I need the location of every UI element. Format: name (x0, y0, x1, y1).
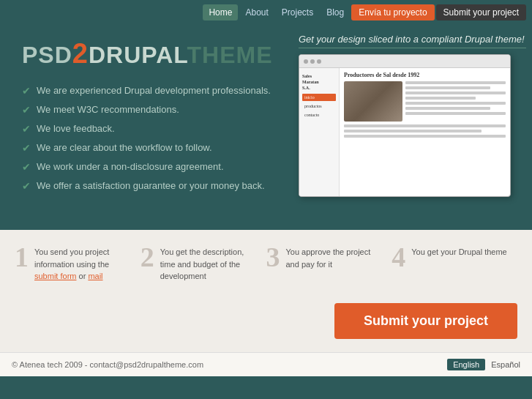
bullet-item: We offer a satisfaction guarantee or you… (22, 176, 278, 195)
step-1-number: 1 (15, 243, 29, 271)
submit-project-button[interactable]: Submit your project (334, 303, 517, 339)
bullet-list: We are experienced Drupal development pr… (22, 81, 278, 195)
browser-content: Productores de Sal desde 1992 (340, 68, 510, 196)
step-4-text: You get your Drupal theme (411, 243, 506, 258)
browser-nav-contacto: contacto (302, 111, 336, 119)
step-4: 4 You get your Drupal theme (391, 243, 517, 283)
step-2-number: 2 (141, 243, 154, 271)
bullet-item: We love feedback. (22, 119, 278, 138)
browser-dot (317, 59, 321, 64)
browser-mockup: SalesMaratanS.A. inicio productos contac… (299, 54, 511, 197)
hero-left: PSD2DRUPALTHEME We are experienced Drupa… (0, 25, 293, 230)
lang-english-btn[interactable]: English (447, 359, 485, 370)
mail-link[interactable]: mail (88, 272, 102, 280)
nav-about[interactable]: About (239, 4, 274, 20)
text-line (344, 130, 482, 133)
step-1-text: You send you project information using t… (34, 243, 133, 283)
browser-content-body (344, 81, 506, 122)
text-line (405, 107, 490, 110)
bullet-item: We are experienced Drupal development pr… (22, 81, 278, 100)
browser-dot (310, 59, 315, 64)
text-line (344, 124, 506, 127)
browser-text-lines (405, 81, 506, 122)
text-line (405, 81, 506, 84)
logo: PSD2DRUPALTHEME (22, 38, 278, 70)
submit-form-link[interactable]: submit form (34, 272, 76, 280)
logo-theme: THEME (187, 42, 273, 68)
browser-bottom-text (344, 124, 506, 138)
logo-num: 2 (72, 38, 89, 69)
step-2-text: You get the description, time and budget… (160, 243, 259, 283)
hero-section: PSD2DRUPALTHEME We are experienced Drupa… (0, 25, 532, 230)
nav-submit-btn[interactable]: Submit your project (436, 4, 526, 20)
steps-section: 1 You send you project information using… (0, 230, 532, 296)
logo-psd: PSD (22, 42, 72, 68)
step-3: 3 You approve the project and pay for it (266, 243, 392, 283)
nav-enviar-btn[interactable]: Envía tu proyecto (351, 4, 434, 20)
text-line (405, 102, 506, 105)
nav-projects[interactable]: Projects (276, 4, 319, 20)
browser-sidebar: SalesMaratanS.A. inicio productos contac… (299, 68, 340, 196)
hero-right: Get your design sliced into a compliant … (293, 25, 532, 230)
browser-chrome (299, 55, 510, 68)
text-line (405, 92, 506, 94)
bullet-item: We are clear about the workflow to follo… (22, 138, 278, 157)
lang-espanol-link[interactable]: Español (491, 360, 520, 369)
logo-drupal: DRUPAL (89, 42, 187, 68)
bullet-item: We work under a non-disclosure agreement… (22, 157, 278, 176)
text-line (405, 86, 490, 89)
browser-nav-productos: productos (302, 102, 336, 110)
browser-nav-inicio: inicio (302, 94, 336, 101)
text-line (405, 112, 506, 115)
footer: © Atenea tech 2009 - contact@psd2drupalt… (0, 352, 532, 376)
nav-blog[interactable]: Blog (321, 4, 350, 20)
step-1: 1 You send you project information using… (15, 243, 141, 283)
browser-body: SalesMaratanS.A. inicio productos contac… (299, 68, 510, 196)
step-3-text: You approve the project and pay for it (286, 243, 385, 270)
navbar: Home About Projects Blog Envía tu proyec… (0, 0, 532, 25)
hero-tagline: Get your design sliced into a compliant … (299, 34, 526, 48)
step-3-number: 3 (266, 243, 280, 271)
cta-section: Submit your project (0, 296, 532, 352)
browser-image (344, 81, 402, 122)
browser-dot (304, 59, 308, 64)
bullet-item: We meet W3C recommendations. (22, 100, 278, 119)
step-2: 2 You get the description, time and budg… (141, 243, 266, 283)
browser-content-title: Productores de Sal desde 1992 (344, 72, 506, 78)
text-line (344, 135, 506, 138)
step-4-number: 4 (391, 243, 405, 271)
footer-copyright: © Atenea tech 2009 - contact@psd2drupalt… (12, 360, 441, 369)
nav-home[interactable]: Home (203, 4, 238, 20)
text-line (405, 97, 476, 100)
browser-site-logo: SalesMaratanS.A. (302, 74, 336, 91)
